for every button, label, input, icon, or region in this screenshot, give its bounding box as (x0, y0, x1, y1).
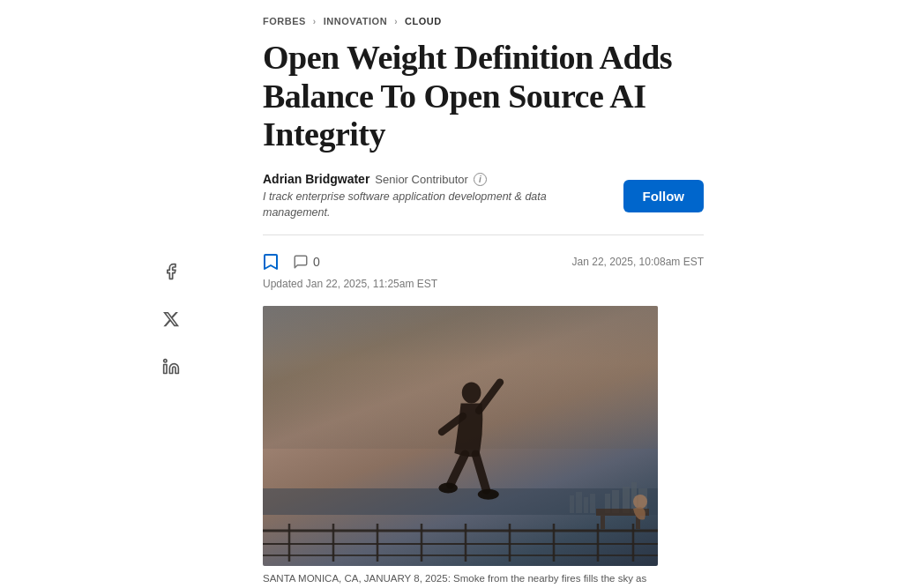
comment-count: 0 (313, 255, 320, 269)
svg-point-23 (462, 383, 481, 404)
facebook-share-button[interactable] (157, 257, 185, 286)
bench-figure (587, 482, 658, 535)
follow-button[interactable]: Follow (623, 180, 705, 212)
svg-point-1 (164, 360, 167, 362)
updated-time: Updated Jan 22, 2025, 11:25am EST (263, 278, 704, 290)
svg-point-29 (439, 483, 459, 494)
svg-line-24 (479, 383, 500, 411)
author-name-row: Adrian Bridgwater Senior Contributor i (263, 172, 606, 186)
breadcrumb-sep-1: › (313, 17, 317, 26)
article: Open Weight Definition Adds Balance To O… (263, 39, 704, 588)
meta-row: 0 Jan 22, 2025, 10:08am EST (263, 249, 704, 271)
breadcrumb-forbes[interactable]: FORBES (263, 16, 306, 26)
person-silhouette (421, 374, 526, 532)
svg-rect-7 (570, 495, 574, 513)
svg-point-28 (478, 489, 499, 500)
article-image (263, 306, 658, 566)
svg-line-27 (451, 454, 466, 485)
article-title: Open Weight Definition Adds Balance To O… (263, 39, 704, 154)
breadcrumb-innovation[interactable]: INNOVATION (324, 16, 387, 26)
author-bio: I track enterprise software application … (263, 190, 606, 220)
svg-rect-0 (164, 365, 167, 374)
linkedin-share-button[interactable] (157, 353, 185, 381)
svg-point-33 (633, 495, 647, 509)
publish-time: Jan 22, 2025, 10:08am EST (572, 256, 704, 268)
article-image-container: SANTA MONICA, CA, JANUARY 8, 2025: Smoke… (263, 306, 658, 588)
breadcrumb-sep-2: › (394, 17, 398, 26)
social-sidebar (157, 257, 185, 381)
comment-button[interactable]: 0 (293, 254, 320, 270)
author-name[interactable]: Adrian Bridgwater (263, 172, 369, 186)
twitter-share-button[interactable] (157, 305, 185, 333)
author-info-icon[interactable]: i (474, 173, 487, 186)
breadcrumb-cloud: CLOUD (405, 16, 442, 26)
author-role: Senior Contributor (375, 173, 468, 186)
svg-rect-8 (576, 492, 582, 513)
breadcrumb: FORBES › INNOVATION › CLOUD (0, 0, 903, 39)
page-wrapper: FORBES › INNOVATION › CLOUD (0, 0, 903, 588)
author-info: Adrian Bridgwater Senior Contributor i I… (263, 172, 606, 220)
svg-rect-31 (601, 516, 605, 529)
author-section: Adrian Bridgwater Senior Contributor i I… (263, 172, 704, 220)
divider (263, 234, 704, 235)
content-area: Open Weight Definition Adds Balance To O… (0, 39, 903, 588)
bookmark-button[interactable] (263, 253, 279, 271)
image-caption: SANTA MONICA, CA, JANUARY 8, 2025: Smoke… (263, 571, 658, 588)
meta-actions: 0 (263, 253, 320, 271)
svg-line-26 (476, 454, 487, 490)
